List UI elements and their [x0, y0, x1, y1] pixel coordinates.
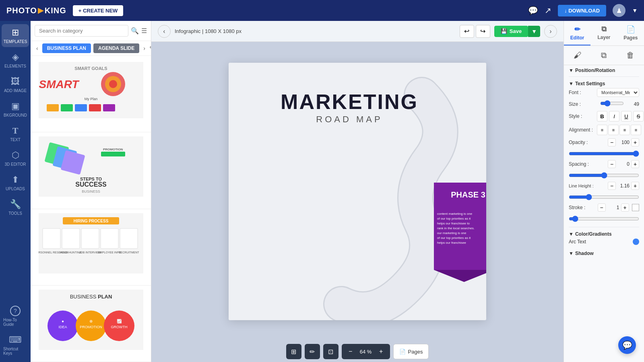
tab-business-plan[interactable]: BUSINESS PLAN — [42, 43, 91, 53]
opacity-label: Opacity : — [569, 140, 597, 145]
align-center-button[interactable]: ≡ — [608, 125, 619, 135]
align-right-button[interactable]: ≡ — [619, 125, 630, 135]
prev-nav-button[interactable]: ‹ — [158, 25, 171, 38]
tab-agenda-slide[interactable]: AGENDA SLIDE — [93, 43, 139, 53]
user-dropdown-icon[interactable]: ▼ — [632, 7, 638, 14]
shadow-section[interactable]: ▼ Shadow — [569, 248, 639, 258]
sidebar-item-text[interactable]: T TEXT — [2, 122, 29, 145]
chat-bubble[interactable]: 💬 — [618, 336, 636, 354]
create-new-button[interactable]: + CREATE NEW — [73, 5, 124, 16]
pages-button[interactable]: 📄 Pages — [393, 344, 429, 359]
stroke-slider[interactable] — [569, 216, 639, 222]
templates-icon: ⊞ — [12, 27, 19, 38]
align-left-button[interactable]: ≡ — [597, 125, 607, 135]
opacity-plus-button[interactable]: + — [631, 138, 639, 146]
stroke-label: Stroke : — [569, 205, 597, 210]
zoom-in-button[interactable]: + — [377, 348, 385, 356]
underline-button[interactable]: U — [621, 111, 632, 121]
delete-tool-button[interactable]: 🗑 — [623, 49, 638, 62]
svg-text:SMART: SMART — [39, 78, 80, 90]
template-card-hiring[interactable]: HIRING PROCESS PERSONNEL RESEARCH HEAD H… — [31, 209, 151, 286]
template-card-business-plan[interactable]: BUSINESS PLAN ● IDEA ⊕ PROMOTION 📈 GROWT… — [31, 286, 151, 362]
save-dropdown-button[interactable]: ▼ — [528, 26, 540, 37]
undo-button[interactable]: ↩ — [460, 25, 474, 38]
opacity-minus-button[interactable]: − — [608, 138, 616, 146]
grid-view-button[interactable]: ⊞ — [286, 344, 301, 359]
tab-editor[interactable]: ✏ Editor — [564, 21, 590, 45]
crop-tool-button[interactable]: ⊡ — [323, 344, 339, 359]
opacity-value: 100 — [617, 140, 630, 145]
spacing-plus-button[interactable]: + — [631, 160, 639, 168]
sidebar-item-add-image[interactable]: 🖼 ADD IMAGE — [2, 73, 29, 96]
how-to-icon: ? — [10, 306, 21, 316]
line-height-slider[interactable] — [569, 194, 639, 200]
bkground-icon: ▣ — [11, 101, 20, 111]
align-justify-button[interactable]: ≡ — [631, 125, 641, 135]
sidebar-item-bkground[interactable]: ▣ BKGROUND — [2, 98, 29, 121]
download-button[interactable]: ↓ DOWNLOAD — [558, 5, 606, 16]
strikethrough-button[interactable]: S — [633, 111, 644, 121]
duplicate-tool-button[interactable]: ⧉ — [598, 49, 610, 62]
stroke-color-preview[interactable] — [632, 204, 639, 211]
spacing-minus-button[interactable]: − — [608, 160, 616, 168]
svg-text:rank in the local searches.: rank in the local searches. — [437, 226, 475, 230]
3d-editor-icon: ⬡ — [12, 150, 19, 160]
tab-next-button[interactable]: › — [142, 44, 147, 52]
share-icon[interactable]: ↗ — [545, 6, 551, 15]
spacing-row: Spacing : − 0 + — [569, 160, 639, 168]
zoom-out-button[interactable]: − — [347, 348, 355, 356]
paint-tool-button[interactable]: 🖌 — [570, 49, 585, 62]
template-card-smart-goals[interactable]: SMART GOALS SMART My Plan — [31, 56, 151, 132]
text-settings-section[interactable]: ▼ Text Settings — [569, 78, 639, 88]
tab-pages[interactable]: 📄 Pages — [617, 21, 644, 45]
svg-text:of our top priorities as it: of our top priorities as it — [437, 217, 471, 220]
pen-tool-button[interactable]: ✏ — [305, 344, 320, 359]
next-nav-button[interactable]: › — [544, 25, 557, 38]
tab-prev-button[interactable]: ‹ — [35, 44, 40, 52]
bold-button[interactable]: B — [597, 111, 607, 121]
arc-text-toggle[interactable] — [633, 239, 639, 245]
style-buttons: B I U S A — [597, 111, 644, 121]
sidebar-item-uploads[interactable]: ⬆ UPLOADS — [2, 171, 29, 194]
editor-tools-row: 🖌 ⧉ 🗑 — [564, 46, 644, 65]
user-avatar[interactable]: ♟ — [613, 4, 625, 17]
undo-redo-group: ↩ ↪ — [460, 25, 490, 38]
list-view-button[interactable]: ☰ — [141, 27, 147, 35]
sidebar-item-how-to[interactable]: ? How-To Guide — [2, 302, 29, 330]
spacing-slider[interactable] — [569, 172, 639, 179]
line-height-row: Line Height : − 1.16 + — [569, 182, 639, 190]
edit-tab-button[interactable]: ✎ — [149, 45, 151, 52]
stroke-plus-button[interactable]: + — [621, 204, 629, 212]
template-card-steps[interactable]: PROMOTION STEPS TO SUCCESS BUSINESS — [31, 132, 151, 209]
opacity-slider[interactable] — [569, 150, 639, 157]
arc-text-row: Arc Text — [569, 239, 639, 245]
position-rotation-section[interactable]: ▼ Position/Rotation — [569, 65, 639, 75]
line-height-plus-button[interactable]: + — [631, 182, 639, 190]
redo-button[interactable]: ↪ — [476, 25, 490, 38]
divider-2 — [569, 227, 639, 227]
layer-tab-label: Layer — [597, 35, 610, 40]
chat-icon[interactable]: 💬 — [528, 6, 538, 15]
search-button[interactable]: 🔍 — [131, 27, 139, 35]
sidebar-item-shortcut[interactable]: ⌨ Shortcut Keys — [2, 331, 29, 359]
tab-layer[interactable]: ⧉ Layer — [590, 21, 617, 45]
sidebar-item-templates[interactable]: ⊞ TEMPLATES — [2, 24, 29, 47]
save-button[interactable]: 💾Save — [494, 26, 528, 37]
svg-point-5 — [109, 80, 117, 88]
font-select[interactable]: Montserrat_Medium — [597, 88, 639, 97]
italic-button[interactable]: I — [609, 111, 619, 121]
stroke-minus-button[interactable]: − — [598, 204, 606, 212]
zoom-control: − 64 % + — [342, 344, 390, 359]
spacing-value: 0 — [617, 161, 630, 167]
canvas[interactable]: MARKETING ROAD MAP PHASE 1 we are lookin… — [229, 63, 486, 320]
line-height-minus-button[interactable]: − — [608, 182, 616, 190]
sidebar-item-tools[interactable]: 🔧 TOOLS — [2, 196, 29, 219]
sidebar-item-elements[interactable]: ◈ ELEMENTS — [2, 49, 29, 72]
main-layout: ⊞ TEMPLATES ◈ ELEMENTS 🖼 ADD IMAGE ▣ BKG… — [0, 21, 644, 362]
size-slider[interactable] — [600, 100, 624, 107]
sidebar-item-3d-editor[interactable]: ⬡ 3D EDITOR — [2, 147, 29, 170]
shadow-label: Shadow — [575, 251, 594, 256]
svg-text:RECRUITMENT: RECRUITMENT — [118, 251, 139, 254]
search-input[interactable] — [35, 25, 128, 37]
color-gradients-section[interactable]: ▼ Color/Gradients — [569, 229, 639, 239]
